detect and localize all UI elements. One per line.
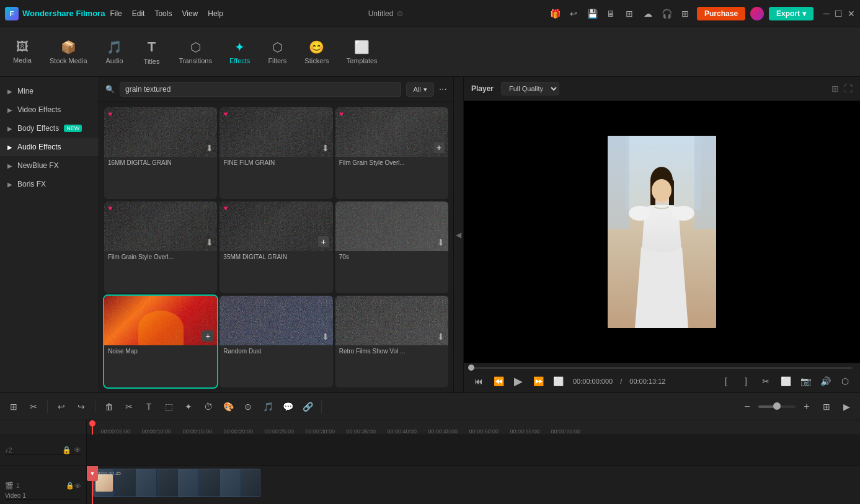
quality-select[interactable]: Full Quality 1/2 1/4 — [501, 82, 559, 95]
zoom-out-button[interactable]: − — [738, 398, 756, 415]
toolbar-titles[interactable]: T Titles — [135, 34, 169, 70]
menu-edit[interactable]: Edit — [132, 9, 145, 18]
zoom-in-button[interactable]: + — [798, 398, 815, 415]
effect-card-film-grain-style-1[interactable]: ♥ + Film Grain Style Overl... — [335, 107, 448, 199]
effect-card-70s[interactable]: ⬇ 70s — [335, 201, 448, 293]
effect-card-16mm-digital-grain[interactable]: ♥ ⬇ 16MM DIGITAL GRAIN — [104, 107, 217, 199]
download-icon[interactable]: ⬇ — [437, 237, 445, 247]
redo-button[interactable]: ↪ — [73, 398, 90, 415]
search-input[interactable] — [120, 82, 401, 97]
effect-card-random-dust[interactable]: ⬇ Random Dust — [219, 296, 332, 387]
sidebar-item-boris-fx[interactable]: ▶ Boris FX — [0, 175, 99, 193]
download-icon[interactable]: ⬇ — [206, 237, 213, 247]
toolbar-filters[interactable]: ⬡ Filters — [260, 35, 295, 69]
effect-card-35mm-digital-grain[interactable]: ♥ + 35MM DIGITAL GRAIN — [219, 201, 332, 293]
more-options-icon[interactable]: ··· — [439, 84, 447, 95]
add-track-button[interactable]: ⊞ — [5, 398, 22, 415]
effect-card-retro-films-show[interactable]: ⬇ Retro Films Show Vol ... — [335, 296, 448, 387]
mark-out-icon[interactable]: ] — [738, 374, 753, 389]
timeline-settings-button[interactable]: ✂ — [25, 398, 42, 415]
cloud-icon[interactable]: ☁ — [641, 7, 655, 20]
effects-timeline-button[interactable]: ✦ — [180, 398, 197, 415]
toolbar-transitions[interactable]: ⬡ Transitions — [172, 35, 219, 69]
sidebar-item-mine[interactable]: ▶ Mine — [0, 82, 99, 100]
minimize-button[interactable]: ─ — [823, 9, 830, 19]
step-back-button[interactable]: ⏪ — [491, 374, 506, 389]
arrow-icon[interactable]: ↩ — [567, 7, 580, 20]
grid-view-button[interactable]: ⊞ — [818, 398, 835, 415]
menu-tools[interactable]: Tools — [154, 9, 172, 18]
sidebar-item-video-effects[interactable]: ▶ Video Effects — [0, 100, 99, 119]
split-view-icon[interactable]: ⊞ — [831, 84, 839, 94]
crop-icon[interactable]: ✂ — [758, 374, 773, 389]
lock-icon-v1[interactable]: 🔒 — [66, 482, 74, 490]
add-icon[interactable]: + — [202, 330, 213, 342]
sidebar-item-newblue-fx[interactable]: ▶ NewBlue FX — [0, 156, 99, 175]
grid-icon[interactable]: ⊞ — [623, 7, 636, 20]
purchase-button[interactable]: Purchase — [697, 7, 745, 20]
text-button[interactable]: T — [140, 398, 157, 415]
add-icon[interactable]: + — [318, 236, 329, 247]
zoom-handle[interactable] — [773, 402, 781, 410]
close-button[interactable]: ✕ — [848, 9, 855, 19]
filter-dropdown[interactable]: All ▾ — [406, 82, 433, 97]
toolbar-media[interactable]: 🖼 Media — [5, 35, 40, 69]
export-button[interactable]: Export ▾ — [769, 7, 813, 20]
apps-icon[interactable]: ⊞ — [678, 7, 692, 20]
download-icon[interactable]: ⬇ — [206, 143, 213, 153]
eye-icon[interactable]: 👁 — [74, 446, 81, 454]
menu-view[interactable]: View — [182, 9, 198, 18]
snapshot-icon[interactable]: 📷 — [798, 374, 813, 389]
go-start-button[interactable]: ⏮ — [471, 374, 486, 389]
speed-button[interactable]: ⏱ — [200, 398, 217, 415]
zoom-slider[interactable] — [758, 405, 796, 408]
lock-icon[interactable]: 🔒 — [62, 446, 71, 454]
cut-button[interactable]: ✂ — [120, 398, 138, 415]
download-icon[interactable]: ⬇ — [437, 332, 445, 342]
menu-help[interactable]: Help — [208, 9, 223, 18]
playhead-marker[interactable]: ▼ — [87, 466, 98, 481]
audio-timeline-button[interactable]: 🎵 — [259, 398, 277, 415]
undo-button[interactable]: ↩ — [53, 398, 70, 415]
gift-icon[interactable]: 🎁 — [548, 7, 562, 20]
download-icon[interactable]: ⬇ — [322, 143, 329, 153]
eye-icon-v1[interactable]: 👁 — [74, 482, 81, 490]
effect-card-fine-film-grain[interactable]: ♥ ⬇ FINE FILM GRAIN — [219, 107, 332, 199]
play-button[interactable]: ▶ — [511, 374, 526, 389]
menu-file[interactable]: File — [110, 9, 122, 18]
volume-icon[interactable]: 🔊 — [818, 374, 833, 389]
download-icon[interactable]: ⬇ — [322, 332, 329, 342]
pip-icon[interactable]: ⬡ — [838, 374, 853, 389]
sidebar-item-body-effects[interactable]: ▶ Body Effects NEW — [0, 119, 99, 138]
link-button[interactable]: 🔗 — [299, 398, 316, 415]
user-avatar[interactable] — [750, 7, 764, 20]
progress-handle[interactable] — [468, 365, 474, 371]
more-button[interactable]: ▶ — [838, 398, 855, 415]
backup-icon[interactable]: 💾 — [585, 7, 599, 20]
stabilize-button[interactable]: ⊙ — [239, 398, 257, 415]
monitor-icon[interactable]: 🖥 — [604, 7, 618, 20]
maximize-button[interactable]: ☐ — [835, 9, 843, 19]
sidebar-item-audio-effects[interactable]: ▶ Audio Effects — [0, 138, 99, 156]
step-forward-button[interactable]: ⏩ — [531, 374, 546, 389]
toolbar-templates[interactable]: ⬜ Templates — [339, 35, 384, 69]
toolbar-effects[interactable]: ✦ Effects — [222, 35, 257, 69]
effect-card-film-grain-style-2[interactable]: ♥ ⬇ Film Grain Style Overl... — [104, 201, 217, 293]
effect-card-noise-map[interactable]: + Noise Map — [104, 296, 217, 387]
toolbar-audio[interactable]: 🎵 Audio — [97, 35, 132, 69]
fullscreen-button[interactable]: ⬜ — [551, 374, 565, 389]
fullscreen-icon[interactable]: ⛶ — [844, 84, 853, 94]
screen-icon[interactable]: ⬜ — [778, 374, 793, 389]
headphone-icon[interactable]: 🎧 — [660, 7, 673, 20]
toolbar-stickers[interactable]: 😊 Stickers — [297, 35, 336, 69]
color-button[interactable]: 🎨 — [219, 398, 237, 415]
progress-bar[interactable] — [471, 367, 853, 369]
collapse-panel-button[interactable]: ◀ — [453, 77, 463, 392]
subtitle-button[interactable]: 💬 — [279, 398, 296, 415]
crop-timeline-button[interactable]: ⬚ — [160, 398, 177, 415]
delete-button[interactable]: 🗑 — [100, 398, 118, 415]
video-clip[interactable]: 2020.20.25 — [93, 469, 260, 497]
toolbar-stock-media[interactable]: 📦 Stock Media — [42, 35, 95, 69]
add-icon[interactable]: + — [433, 142, 445, 153]
mark-in-icon[interactable]: [ — [719, 374, 734, 389]
